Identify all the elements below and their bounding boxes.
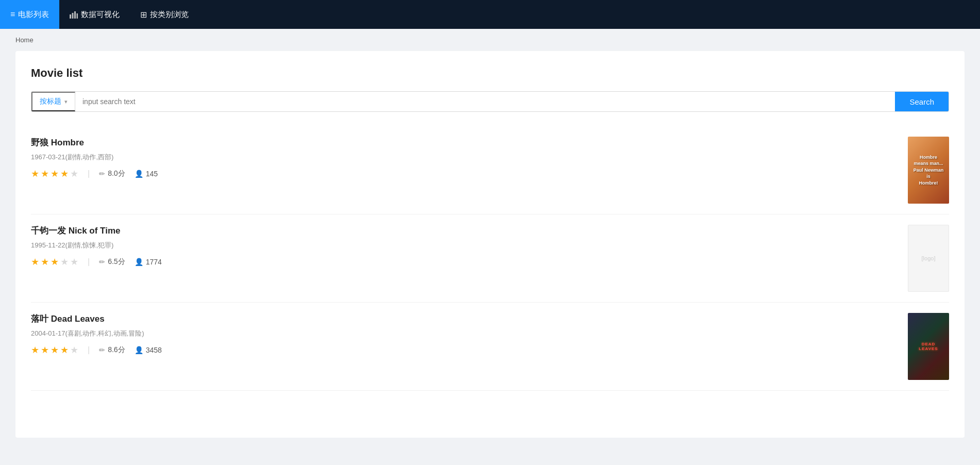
star-filled: ★ [31, 256, 39, 268]
svg-rect-2 [74, 11, 76, 19]
navbar: ≡ 电影列表 数据可视化 ⊞ 按类别浏览 [0, 0, 980, 29]
vote-count: 1774 [146, 258, 162, 266]
user-icon: 👤 [135, 258, 143, 266]
movie-meta: 2004-01-17(喜剧,动作,科幻,动画,冒险) [31, 329, 898, 338]
movie-poster: DEADLEAVES [908, 313, 949, 380]
score-value: 8.0分 [108, 169, 125, 178]
user-icon: 👤 [135, 346, 143, 354]
star-empty: ★ [70, 168, 78, 179]
star-empty: ★ [60, 256, 69, 268]
edit-icon: ✏ [99, 346, 105, 354]
user-icon: 👤 [135, 170, 143, 178]
nav-label-browse-category: 按类别浏览 [150, 10, 189, 20]
breadcrumb: Home [0, 29, 980, 51]
divider: | [88, 169, 90, 178]
movie-stats: ★★★★★ | ✏ 8.0分 👤 145 [31, 168, 898, 179]
star-filled: ★ [60, 344, 69, 356]
list-icon: ≡ [10, 10, 15, 19]
search-button-label: Search [909, 97, 934, 106]
movie-title: 野狼 Hombre [31, 137, 898, 148]
svg-rect-3 [77, 13, 78, 19]
movie-info: 千钧一发 Nick of Time 1995-11-22(剧情,惊悚,犯罪) ★… [31, 225, 908, 268]
edit-icon: ✏ [99, 170, 105, 178]
movie-meta: 1967-03-21(剧情,动作,西部) [31, 153, 898, 162]
chart-icon [70, 10, 78, 19]
main-card: Movie list 按标题 ▾ Search 野狼 Hombre 1967-0… [15, 51, 965, 438]
vote-area: 👤 3458 [135, 346, 162, 354]
svg-rect-1 [72, 13, 74, 19]
star-filled: ★ [41, 256, 49, 268]
star-filled: ★ [31, 168, 39, 179]
star-filled: ★ [41, 344, 49, 356]
star-filled: ★ [51, 256, 59, 268]
movie-info: 落叶 Dead Leaves 2004-01-17(喜剧,动作,科幻,动画,冒险… [31, 313, 908, 356]
grid-icon: ⊞ [140, 10, 147, 20]
vote-count: 145 [146, 170, 158, 178]
score-area: ✏ 8.0分 [99, 169, 125, 178]
star-empty: ★ [70, 256, 78, 268]
movie-title: 落叶 Dead Leaves [31, 313, 898, 325]
vote-area: 👤 145 [135, 170, 158, 178]
search-type-dropdown[interactable]: 按标题 ▾ [31, 92, 75, 111]
movie-list: 野狼 Hombre 1967-03-21(剧情,动作,西部) ★★★★★ | ✏… [31, 126, 949, 391]
star-rating: ★★★★★ [31, 344, 78, 356]
search-input[interactable] [75, 92, 895, 111]
score-value: 8.6分 [108, 345, 125, 355]
movie-meta: 1995-11-22(剧情,惊悚,犯罪) [31, 241, 898, 250]
movie-item: 野狼 Hombre 1967-03-21(剧情,动作,西部) ★★★★★ | ✏… [31, 126, 949, 214]
star-filled: ★ [41, 168, 49, 179]
vote-count: 3458 [146, 346, 162, 354]
star-empty: ★ [70, 344, 78, 356]
star-filled: ★ [51, 168, 59, 179]
edit-icon: ✏ [99, 258, 105, 266]
nav-label-movie-list: 电影列表 [18, 10, 49, 20]
star-filled: ★ [31, 344, 39, 356]
movie-stats: ★★★★★ | ✏ 8.6分 👤 3458 [31, 344, 898, 356]
search-bar: 按标题 ▾ Search [31, 91, 949, 112]
score-value: 6.5分 [108, 257, 125, 267]
nav-label-data-viz: 数据可视化 [81, 10, 120, 20]
vote-area: 👤 1774 [135, 258, 162, 266]
chevron-down-icon: ▾ [64, 98, 68, 105]
page-title: Movie list [31, 67, 949, 80]
score-area: ✏ 8.6分 [99, 345, 125, 355]
search-button[interactable]: Search [895, 92, 949, 111]
movie-info: 野狼 Hombre 1967-03-21(剧情,动作,西部) ★★★★★ | ✏… [31, 137, 908, 179]
search-type-label: 按标题 [40, 97, 61, 106]
star-filled: ★ [60, 168, 69, 179]
movie-item: 千钧一发 Nick of Time 1995-11-22(剧情,惊悚,犯罪) ★… [31, 214, 949, 303]
star-filled: ★ [51, 344, 59, 356]
star-rating: ★★★★★ [31, 168, 78, 179]
nav-item-movie-list[interactable]: ≡ 电影列表 [0, 0, 59, 29]
movie-title: 千钧一发 Nick of Time [31, 225, 898, 237]
movie-stats: ★★★★★ | ✏ 6.5分 👤 1774 [31, 256, 898, 268]
movie-poster: Hombremeans man...Paul Newman isHombre! [908, 137, 949, 204]
divider: | [88, 345, 90, 355]
nav-item-data-viz[interactable]: 数据可视化 [59, 0, 130, 29]
divider: | [88, 257, 90, 267]
svg-rect-0 [70, 14, 71, 19]
star-rating: ★★★★★ [31, 256, 78, 268]
movie-item: 落叶 Dead Leaves 2004-01-17(喜剧,动作,科幻,动画,冒险… [31, 303, 949, 391]
score-area: ✏ 6.5分 [99, 257, 125, 267]
nav-item-browse-category[interactable]: ⊞ 按类别浏览 [130, 0, 199, 29]
movie-poster: [logo] [908, 225, 949, 292]
